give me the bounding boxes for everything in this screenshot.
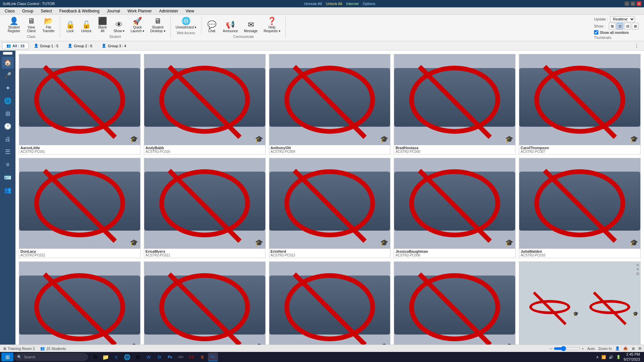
taskbar-apps: ⧉ 📁 e 🌐 ⚙ W O Ps </> FZ S SL: [90, 353, 218, 361]
no-sign: [534, 66, 625, 134]
sidebar-idcard-btn[interactable]: 🪪: [2, 171, 14, 183]
realtime-select[interactable]: Realtime: [610, 16, 635, 22]
student-grid: 🎓 AaronLittle ACSTR2-PC001 🎓: [19, 54, 641, 354]
students-count: 15 Students: [46, 347, 66, 351]
student-badge: 🎓: [255, 134, 264, 144]
taskbar-filezilla[interactable]: FZ: [186, 353, 197, 361]
student-card[interactable]: 🎓 RebeccaHale ACSTR2-PC004: [394, 261, 516, 354]
student-card[interactable]: 🎓 🎓 ⊙ ✕ ⊡: [519, 261, 641, 354]
taskbar-softlink[interactable]: SL: [208, 353, 218, 361]
student-card[interactable]: 🎓 ErinHerd ACSTR2-PC013: [269, 158, 391, 258]
subnav-tab-all[interactable]: 👥 All : 15: [2, 42, 29, 49]
student-pc: ACSTR2-PC007: [521, 150, 639, 154]
student-card[interactable]: 🎓 JuliaWalden ACSTR2-PC010: [519, 158, 641, 258]
menu-item-work-planner[interactable]: Work Planner: [124, 8, 155, 14]
sidebar-list1-btn[interactable]: ☰: [2, 146, 14, 158]
taskbar-code[interactable]: </>: [176, 353, 186, 361]
student-register-btn[interactable]: 👤 StudentRegister: [5, 16, 22, 34]
subnav-tab-group2[interactable]: 👤 Group 2 : 6: [63, 42, 97, 49]
zoom-slider[interactable]: [554, 346, 581, 351]
show-btn[interactable]: 👁 Show ▾: [111, 20, 127, 34]
student-badge: 🎓: [129, 238, 139, 247]
taskbar-chrome[interactable]: 🌐: [122, 353, 132, 361]
close-btn[interactable]: ✕: [637, 1, 641, 6]
sidebar-home-btn[interactable]: 🏠: [2, 57, 14, 69]
student-card[interactable]: 🎓 AndyBabb ACSTR2-PC016: [144, 54, 266, 155]
taskbar-explorer[interactable]: 📁: [101, 353, 111, 361]
view-icon-1[interactable]: ⊞: [609, 23, 615, 29]
taskbar-chevron[interactable]: ∧: [596, 355, 599, 359]
sidebar-users-btn[interactable]: 👥: [2, 184, 14, 196]
taskbar-settings[interactable]: ⚙: [133, 353, 143, 361]
chat-icon: 💬: [207, 21, 216, 28]
subnav-tab-group3[interactable]: 👤 Group 3 : 4: [97, 42, 130, 49]
zoom-plus[interactable]: +: [582, 347, 584, 351]
zoom-minus[interactable]: ─: [550, 347, 552, 351]
view-icon-2[interactable]: ⊡: [616, 23, 623, 29]
view-icon-3[interactable]: ⊟: [624, 23, 631, 29]
announce-icon: 📢: [226, 21, 235, 28]
subnav-menu-btn[interactable]: ⋮: [631, 43, 642, 49]
webaccess-buttons: 🌐 Unrestricted ▾: [173, 16, 199, 31]
message-btn[interactable]: ✉ Message: [241, 20, 260, 34]
unrestricted-icon: 🌐: [181, 17, 191, 25]
taskbar-search[interactable]: 🔍 Search: [14, 353, 88, 361]
announce-btn[interactable]: 📢 Announce: [220, 20, 240, 34]
taskbar-outlook[interactable]: O: [154, 353, 164, 361]
unlock-btn[interactable]: 🔓 Unlock: [79, 20, 94, 34]
student-card[interactable]: 🎓 BradHostasa ACSTR2-PC000: [394, 54, 516, 155]
student-card[interactable]: 🎓 MikeAllen ACSTR2-PC002: [269, 261, 391, 354]
student-card[interactable]: 🎓 EricaMyers ACSTR2-PC011: [144, 158, 266, 258]
chat-btn[interactable]: 💬 Chat: [204, 20, 219, 34]
menu-item-select[interactable]: Select: [37, 8, 55, 14]
blank-all-btn[interactable]: ⬛ BlankAll: [95, 16, 110, 34]
unlock-all-btn[interactable]: Unlock All: [326, 2, 342, 6]
student-card[interactable]: 🎓 CarolThompson ACSTR2-PC007: [519, 54, 641, 155]
students-icon: 👥: [40, 346, 45, 351]
student-card[interactable]: 🎓 MariaGarcia ACSTR2-PC003: [19, 261, 141, 354]
subnav-tab-group1[interactable]: 👤 Group 1 : 5: [30, 42, 63, 49]
sidebar-print-btn[interactable]: 🖨: [2, 133, 14, 145]
start-button[interactable]: ⊞: [1, 353, 13, 361]
internet-btn[interactable]: Internet: [346, 2, 359, 6]
unmute-all-btn[interactable]: Unmute All: [304, 2, 322, 6]
taskbar-photoshop[interactable]: Ps: [165, 353, 175, 361]
view-client-btn[interactable]: 🖥 ViewClient: [24, 16, 39, 34]
student-card[interactable]: 🎓 AaronLittle ACSTR2-PC001: [19, 54, 141, 155]
taskbar-sound[interactable]: 🔊: [609, 355, 613, 359]
student-card[interactable]: 🎓 MarniaGerber ACSTR2-PC008: [144, 261, 266, 354]
student-card[interactable]: 🎓 AnthonyOtt ACSTR2-PC009: [269, 54, 391, 155]
sidebar-star-btn[interactable]: ✦: [2, 82, 14, 94]
sidebar-clock-btn[interactable]: 🕐: [2, 120, 14, 132]
maximize-btn[interactable]: □: [631, 1, 635, 6]
sidebar-globe-btn[interactable]: 🌐: [2, 95, 14, 107]
sidebar-grid-btn[interactable]: ⊞: [2, 108, 14, 120]
menu-item-feedback-&-wellbeing[interactable]: Feedback & Wellbeing: [56, 8, 103, 14]
taskbar-snagit[interactable]: S: [197, 353, 207, 361]
sidebar-list2-btn[interactable]: ≡: [2, 159, 14, 171]
show-all-monitors-row[interactable]: Show all monitors: [594, 30, 629, 35]
taskbar-edge[interactable]: e: [111, 353, 121, 361]
share-icon: 📤: [623, 346, 628, 351]
quick-launch-btn[interactable]: 🚀 QuickLaunch ▾: [128, 16, 147, 34]
lock-btn[interactable]: 🔒 Lock: [63, 20, 77, 34]
menu-item-administer[interactable]: Administer: [156, 8, 181, 14]
menu-item-group[interactable]: Group: [19, 8, 37, 14]
menu-item-class[interactable]: Class: [1, 8, 18, 14]
help-requests-btn[interactable]: ❓ HelpRequests ▾: [261, 16, 283, 34]
sidebar-mic-btn[interactable]: 🎤: [2, 69, 14, 81]
file-transfer-btn[interactable]: 📂 FileTransfer: [40, 16, 57, 34]
student-card[interactable]: 🎓 JessicaBaughman ACSTR2-PC006: [394, 158, 516, 258]
view-icon-4[interactable]: ⊞: [632, 23, 639, 29]
student-card[interactable]: 🎓 DonLacy ACSTR2-PC012: [19, 158, 141, 258]
minimize-btn[interactable]: ─: [625, 1, 629, 6]
menu-item-journal[interactable]: Journal: [104, 8, 123, 14]
options-btn[interactable]: Options: [363, 2, 375, 6]
student-desktop-btn[interactable]: 🖥 StudentDesktop ▾: [148, 16, 167, 34]
menu-item-view[interactable]: View: [182, 8, 198, 14]
unrestricted-btn[interactable]: 🌐 Unrestricted ▾: [173, 16, 199, 31]
show-all-monitors-checkbox[interactable]: [594, 30, 598, 35]
taskbar-taskview[interactable]: ⧉: [90, 353, 100, 361]
zoom-in-label[interactable]: Zoom In: [598, 347, 612, 351]
taskbar-word[interactable]: W: [144, 353, 154, 361]
